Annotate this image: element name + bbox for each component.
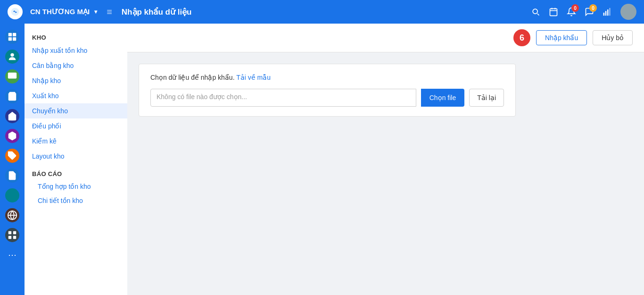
svg-rect-6 [605,11,607,16]
import-header: Chọn dữ liệu để nhập khẩu. Tải về mẫu [150,74,504,81]
content-area: Chọn dữ liệu để nhập khẩu. Tải về mẫu Kh… [127,52,644,128]
rail-item-dashboard[interactable] [4,28,21,45]
signal-icon [603,7,612,17]
user-avatar[interactable] [620,4,636,20]
sidebar-item-chuyen-kho[interactable]: Chuyển kho [25,103,127,118]
file-row: Không có file nào được chọn... Chọn file… [150,89,504,107]
sidebar-item-layout-kho[interactable]: Layout kho [25,149,127,164]
brand-icon [8,4,23,19]
rail-item-grid[interactable] [4,227,21,244]
rail-item-monitor[interactable] [4,68,21,85]
svg-rect-25 [13,236,16,239]
brand-chevron-icon: ▾ [94,8,97,15]
rail-item-chart[interactable] [4,187,21,204]
svg-rect-11 [8,37,12,41]
toolbar: 6 Nhập khẩu Hủy bỏ [127,24,644,52]
svg-rect-7 [607,9,609,16]
download-template-link[interactable]: Tải về mẫu [236,74,271,81]
sidebar: KHO Nhập xuất tồn kho Cân bằng kho Nhập … [25,24,127,295]
choose-file-button[interactable]: Chọn file [421,89,464,107]
sidebar-item-dieu-phoi[interactable]: Điều phối [25,118,127,134]
svg-rect-14 [8,73,17,79]
import-box: Chọn dữ liệu để nhập khẩu. Tải về mẫu Kh… [139,64,516,117]
svg-rect-12 [13,37,16,41]
rail-item-tag[interactable] [4,147,21,164]
step-badge: 6 [513,29,530,46]
message-badge: 0 [589,4,597,12]
sidebar-section-kho: KHO [25,31,127,43]
svg-point-13 [10,53,14,57]
svg-rect-5 [603,13,605,16]
sidebar-item-nhap-kho[interactable]: Nhập kho [25,73,127,88]
sidebar-bao-cao-title: Báo cáo [25,168,127,179]
more-apps-icon[interactable]: ⋯ [4,246,21,263]
sidebar-item-xuat-kho[interactable]: Xuất kho [25,88,127,103]
svg-rect-9 [8,33,12,36]
topnav-icons: 0 0 [531,4,636,20]
svg-rect-8 [609,8,611,16]
search-button[interactable] [531,7,540,17]
rail-item-document[interactable] [4,167,21,184]
svg-rect-23 [13,231,16,234]
page-title: Nhập khẩu dữ liệu [122,7,192,17]
nav-divider: ≡ [107,7,112,17]
sidebar-item-chi-tiet[interactable]: Chi tiết tồn kho [25,194,127,208]
main-content: 6 Nhập khẩu Hủy bỏ Chọn dữ liệu để nhập … [127,24,644,295]
reload-button[interactable]: Tải lại [469,89,504,107]
rail-item-warehouse[interactable] [4,108,21,125]
sidebar-item-can-bang[interactable]: Cân bằng kho [25,58,127,73]
rail-item-people[interactable] [4,48,21,65]
notification-button[interactable]: 0 [567,7,576,17]
calendar-button[interactable] [549,7,558,17]
topnav: CN THƯƠNG MẠI ▾ ≡ Nhập khẩu dữ liệu 0 0 [0,0,644,24]
file-input-display: Không có file nào được chọn... [150,89,416,107]
import-button[interactable]: Nhập khẩu [536,30,587,45]
sidebar-item-kiem-ke[interactable]: Kiểm kê [25,134,127,149]
sidebar-item-nhap-xuat-ton[interactable]: Nhập xuất tồn kho [25,43,127,58]
rail-item-globe[interactable] [4,207,21,224]
message-button[interactable]: 0 [585,7,594,17]
rail-item-box[interactable] [4,127,21,144]
brand-name[interactable]: CN THƯƠNG MẠI ▾ [30,8,97,16]
sidebar-item-tong-hop[interactable]: Tổng hợp tồn kho [25,179,127,194]
rail-item-shop[interactable] [4,88,21,105]
svg-rect-1 [550,8,557,16]
svg-rect-24 [8,236,11,239]
cancel-button[interactable]: Hủy bỏ [593,30,633,45]
notification-badge: 0 [571,4,579,12]
svg-rect-10 [13,33,16,36]
icon-rail: ⋯ [0,24,25,295]
svg-rect-22 [8,231,11,234]
